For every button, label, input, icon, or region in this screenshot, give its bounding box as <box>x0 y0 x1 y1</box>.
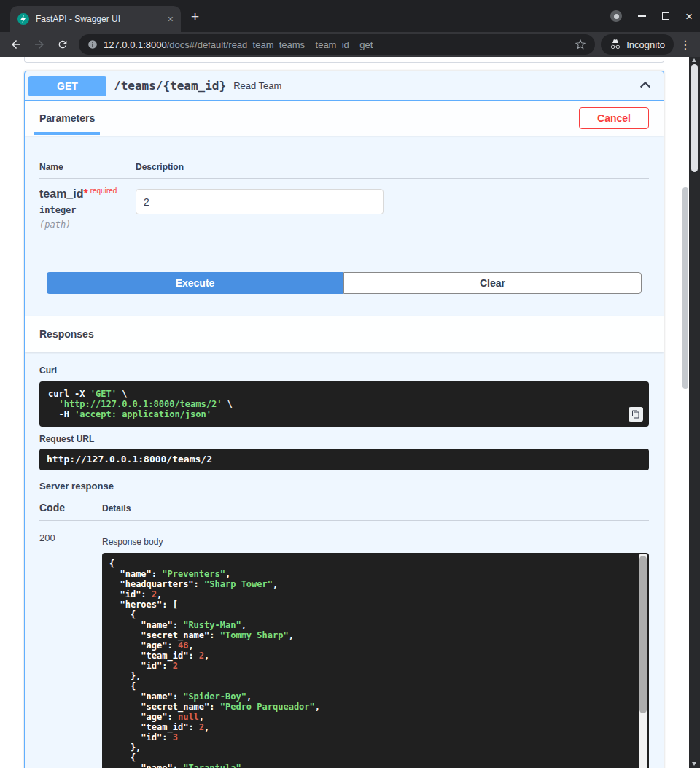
curl-label: Curl <box>39 365 649 376</box>
name-column-header: Name <box>39 162 136 172</box>
tab-close-icon[interactable]: × <box>168 14 174 24</box>
window-controls: × <box>610 0 693 32</box>
operation-description: Read Team <box>233 80 281 91</box>
window-scrollbar[interactable] <box>689 57 700 768</box>
status-code: 200 <box>39 532 55 543</box>
response-body-scrollbar-thumb[interactable] <box>639 556 647 713</box>
operation-path: /teams/{team_id} <box>114 79 226 93</box>
browser-menu-icon[interactable]: ⋮ <box>677 38 694 52</box>
copy-to-clipboard-button[interactable] <box>629 407 643 422</box>
response-body-json: { "name": "Preventers", "headquarters": … <box>109 559 642 768</box>
parameter-type: integer <box>39 205 136 215</box>
site-info-icon[interactable] <box>88 39 98 50</box>
collapse-chevron-icon[interactable] <box>639 79 652 93</box>
server-response-table-header: Code Details <box>39 502 649 521</box>
response-body-scrollbar[interactable] <box>639 554 648 768</box>
incognito-badge: Incognito <box>601 34 674 55</box>
previous-block-bottom-edge <box>24 57 664 63</box>
new-tab-button[interactable]: + <box>191 9 199 25</box>
server-response-label: Server response <box>39 481 649 492</box>
responses-title: Responses <box>39 328 94 340</box>
request-url-label: Request URL <box>39 434 649 444</box>
url-host: 127.0.0.1:8000 <box>104 39 167 50</box>
execute-row: Execute Clear <box>47 272 642 294</box>
execute-button[interactable]: Execute <box>47 272 343 294</box>
responses-section-header: Responses <box>25 316 664 352</box>
browser-tab[interactable]: FastAPI - Swagger UI × <box>10 6 181 32</box>
update-status-icon[interactable] <box>610 10 622 22</box>
incognito-icon <box>610 39 621 50</box>
request-url-value: http://127.0.0.1:8000/teams/2 <box>39 449 649 470</box>
method-badge: GET <box>28 76 106 96</box>
cancel-button[interactable]: Cancel <box>579 107 649 129</box>
address-bar[interactable]: 127.0.0.1:8000/docs#/default/read_team_t… <box>79 34 595 55</box>
server-response-row: 200 Response body { "name": "Preventers"… <box>39 521 649 768</box>
scrollbar-up-arrow-icon[interactable] <box>692 58 696 62</box>
response-body-label: Response body <box>102 537 649 547</box>
code-column-header: Code <box>39 502 102 513</box>
page-scrollbar-thumb[interactable] <box>682 187 688 389</box>
parameter-row: team_id*required integer (path) <box>39 179 649 230</box>
tab-title: FastAPI - Swagger UI <box>36 14 161 24</box>
response-body-block: { "name": "Preventers", "headquarters": … <box>102 553 649 768</box>
fastapi-favicon <box>18 13 29 25</box>
required-label: required <box>90 187 117 195</box>
scrollbar-down-arrow-icon[interactable] <box>692 762 696 766</box>
reload-icon[interactable] <box>52 34 73 55</box>
description-column-header: Description <box>136 162 649 172</box>
clear-button[interactable]: Clear <box>343 272 642 294</box>
curl-command-block: curl -X 'GET' \ 'http://127.0.0.1:8000/t… <box>39 381 649 427</box>
close-window-icon[interactable]: × <box>685 10 693 23</box>
responses-area: Curl curl -X 'GET' \ 'http://127.0.0.1:8… <box>25 365 664 768</box>
required-asterisk: * <box>83 187 88 200</box>
operation-summary[interactable]: GET /teams/{team_id} Read Team <box>25 71 664 101</box>
bookmark-star-icon[interactable] <box>575 39 586 50</box>
parameter-name: team_id <box>39 187 83 200</box>
parameter-location: (path) <box>39 220 136 230</box>
operation-block-get-teams: GET /teams/{team_id} Read Team Parameter… <box>24 71 664 768</box>
parameters-table-header: Name Description <box>39 162 649 179</box>
maximize-icon[interactable] <box>662 12 669 20</box>
forward-icon[interactable] <box>29 34 50 55</box>
details-column-header: Details <box>102 503 649 513</box>
browser-titlebar: FastAPI - Swagger UI × + × <box>0 0 700 32</box>
url-text[interactable]: 127.0.0.1:8000/docs#/default/read_team_t… <box>104 39 569 50</box>
parameters-area: Name Description team_id*required intege… <box>25 136 664 316</box>
minimize-icon[interactable] <box>638 15 646 17</box>
back-icon[interactable] <box>6 34 26 55</box>
window-scrollbar-thumb[interactable] <box>691 64 698 172</box>
parameters-section-header: Parameters Cancel <box>25 101 664 136</box>
tab-parameters[interactable]: Parameters <box>39 112 95 124</box>
browser-toolbar: 127.0.0.1:8000/docs#/default/read_team_t… <box>0 32 700 57</box>
team-id-input[interactable] <box>136 189 384 214</box>
incognito-label: Incognito <box>626 39 665 50</box>
page-content: GET /teams/{team_id} Read Team Parameter… <box>0 57 689 768</box>
url-path: /docs#/default/read_team_teams__team_id_… <box>167 39 373 50</box>
